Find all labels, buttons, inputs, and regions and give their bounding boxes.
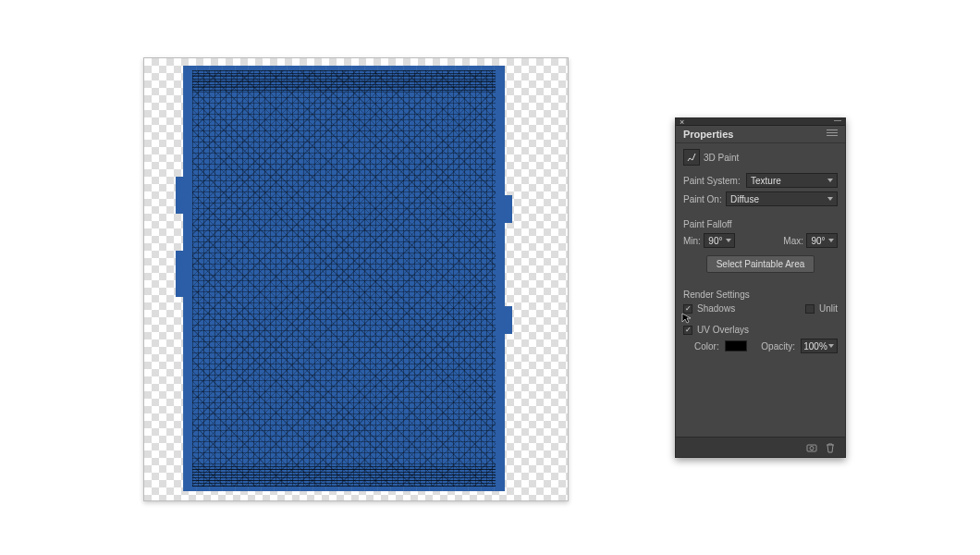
- uv-canvas[interactable]: [143, 57, 569, 501]
- uv-map: [183, 66, 505, 491]
- close-icon[interactable]: ×: [680, 118, 687, 126]
- unlit-checkbox[interactable]: [805, 304, 815, 314]
- uv-opacity-dropdown[interactable]: 100%: [801, 339, 838, 353]
- select-paintable-area-button[interactable]: Select Paintable Area: [706, 255, 815, 273]
- uv-opacity-label: Opacity:: [761, 341, 795, 352]
- panel-title: Properties: [683, 129, 733, 140]
- falloff-min-dropdown[interactable]: 90°: [704, 233, 735, 248]
- mode-label: 3D Paint: [704, 153, 739, 163]
- chevron-down-icon: [828, 239, 834, 242]
- shadows-label: Shadows: [697, 303, 735, 314]
- trash-icon[interactable]: [825, 442, 836, 453]
- minimize-icon[interactable]: [834, 120, 841, 123]
- panel-tab-bar: ×: [676, 118, 845, 126]
- paint-system-value: Texture: [751, 176, 781, 186]
- uv-overlays-checkbox[interactable]: [683, 326, 692, 335]
- chevron-down-icon: [827, 179, 833, 182]
- uv-color-label: Color:: [694, 341, 719, 352]
- chevron-down-icon: [726, 239, 731, 242]
- brush-mode-button[interactable]: [683, 149, 700, 166]
- properties-panel: × Properties 3D Paint Paint System: Text…: [675, 117, 846, 458]
- paint-on-dropdown[interactable]: Diffuse: [726, 191, 838, 206]
- camera-icon[interactable]: [806, 442, 817, 453]
- brush-icon: [687, 153, 696, 162]
- paint-on-label: Paint On:: [683, 194, 722, 204]
- paint-system-label: Paint System:: [683, 176, 742, 186]
- panel-menu-icon[interactable]: [827, 130, 838, 139]
- render-settings-heading: Render Settings: [683, 290, 838, 300]
- uv-overlays-heading: UV Overlays: [697, 325, 749, 335]
- svg-point-1: [810, 446, 814, 450]
- paint-on-value: Diffuse: [730, 194, 759, 204]
- shadows-checkbox[interactable]: [683, 304, 692, 314]
- falloff-max-label: Max:: [783, 236, 803, 246]
- paint-system-dropdown[interactable]: Texture: [746, 173, 838, 188]
- uv-color-swatch[interactable]: [725, 340, 747, 352]
- falloff-max-dropdown[interactable]: 90°: [806, 233, 838, 248]
- panel-title-bar: Properties: [676, 126, 845, 143]
- unlit-label: Unlit: [819, 303, 838, 314]
- paint-falloff-heading: Paint Falloff: [683, 219, 838, 229]
- chevron-down-icon: [828, 344, 834, 348]
- falloff-min-label: Min:: [683, 236, 701, 246]
- panel-footer: [676, 437, 845, 457]
- chevron-down-icon: [827, 197, 833, 201]
